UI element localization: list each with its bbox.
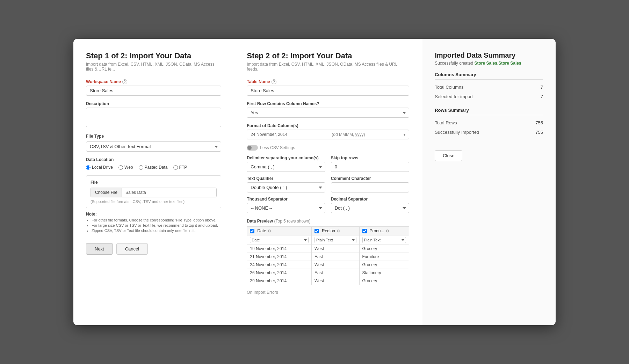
selected-for-import-row: Selected for import 7 — [435, 92, 543, 101]
file-type-select[interactable]: CSV,TSV & Other Text Format — [86, 141, 221, 152]
total-columns-label: Total Columns — [435, 85, 463, 90]
total-columns-value: 7 — [541, 85, 543, 90]
region-col-checkbox[interactable] — [314, 229, 319, 233]
supported-formats-text: (Supported file formats: .CSV, .TSV and … — [91, 199, 217, 204]
total-rows-value: 755 — [535, 120, 543, 125]
step2-subtitle: Import data from Excel, CSV, HTML, XML, … — [247, 62, 409, 72]
preview-header-region: Region ⚙ — [311, 227, 359, 235]
preview-header-row: Date ⚙ Region ⚙ — [247, 227, 409, 235]
date-type-select[interactable]: Date Plain Text Number — [250, 237, 309, 243]
step1-title: Step 1 of 2: Import Your Data — [86, 51, 221, 60]
product-col-gear-icon[interactable]: ⚙ — [386, 229, 389, 233]
region-type-cell: Plain Text Date Number — [311, 235, 359, 245]
first-row-label: First Row Contains Column Names? — [247, 101, 409, 106]
region-col-gear-icon[interactable]: ⚙ — [337, 229, 340, 233]
columns-summary-label: Columns Summary — [435, 72, 543, 80]
step1-subtitle: Import data from Excel, CSV, HTML, XML, … — [86, 62, 221, 72]
comment-char-label: Comment Character — [331, 176, 409, 181]
step1-button-row: Next Cancel — [86, 243, 221, 255]
table-name-label: Table Name ? — [247, 79, 409, 84]
note-list: For other file formats, Choose the corre… — [86, 218, 221, 233]
decimal-sep-select[interactable]: Dot ( . ) Comma ( , ) — [331, 203, 409, 213]
file-type-label: File Type — [86, 134, 221, 139]
date-format-label: Format of Date Column(s) — [247, 123, 409, 128]
step1-panel: Step 1 of 2: Import Your Data Import dat… — [73, 39, 234, 325]
csv-settings-row3: Thousand Separator -- NONE -- Comma ( , … — [247, 197, 409, 213]
skip-rows-input[interactable] — [331, 162, 409, 172]
selected-import-value: 7 — [541, 94, 543, 99]
date-format-row: 24 November, 2014 (dd MMMM, yyyy) ▾ — [247, 130, 409, 139]
file-name-display: Sales Data — [122, 188, 217, 197]
step2-panel: Step 2 of 2: Import Your Data Import dat… — [234, 39, 422, 325]
choose-file-button[interactable]: Choose File — [91, 188, 122, 197]
description-input[interactable] — [86, 108, 221, 127]
less-csv-label[interactable]: Less CSV Settings — [260, 145, 295, 150]
table-row: 26 November, 2014 East Stationery — [247, 269, 409, 277]
table-row: 21 November, 2014 East Furniture — [247, 253, 409, 261]
successfully-imported-label: Successfully Imported — [435, 130, 479, 135]
table-row: 19 November, 2014 West Grocery — [247, 245, 409, 253]
radio-local-drive[interactable]: Local Drive — [86, 165, 113, 170]
next-button[interactable]: Next — [86, 243, 113, 255]
first-row-select[interactable]: Yes No — [247, 108, 409, 118]
date-type-cell: Date Plain Text Number — [247, 235, 312, 245]
decimal-sep-label: Decimal Separator — [331, 197, 409, 202]
file-section: File Choose File Sales Data (Supported f… — [86, 175, 221, 208]
date-format-arrow: ▾ — [404, 133, 405, 137]
total-rows-row: Total Rows 755 — [435, 118, 543, 128]
csv-settings-row2: Text Qualifier Double Quote ( " ) Single… — [247, 176, 409, 192]
table-row: 24 November, 2014 West Grocery — [247, 261, 409, 269]
data-location-radio-group: Local Drive Web Pasted Data FTP — [86, 165, 221, 170]
summary-panel: Imported Data Summary Successfully creat… — [422, 39, 556, 325]
on-import-errors-label: On Import Errors — [247, 290, 409, 295]
date-format-text: (dd MMMM, yyyy) — [332, 132, 404, 137]
date-col-checkbox[interactable] — [250, 229, 254, 233]
summary-title: Imported Data Summary — [435, 51, 543, 59]
delimiter-select[interactable]: Comma ( , ) Tab Semicolon — [247, 162, 325, 172]
step2-title: Step 2 of 2: Import Your Data — [247, 51, 409, 60]
preview-header-date: Date ⚙ — [247, 227, 312, 235]
table-name-help-icon[interactable]: ? — [272, 79, 276, 84]
note-item-1: For other file formats, Choose the corre… — [92, 218, 221, 222]
successfully-imported-row: Successfully Imported 755 — [435, 128, 543, 137]
region-type-select[interactable]: Plain Text Date Number — [314, 237, 356, 243]
selected-import-label: Selected for import — [435, 94, 473, 99]
data-preview-section: Data Preview (Top 5 rows shown) Date ⚙ — [247, 219, 409, 285]
success-message: Successfully created Store Sales.Store S… — [435, 61, 543, 66]
preview-label: Data Preview (Top 5 rows shown) — [247, 219, 409, 224]
product-type-cell: Plain Text Date Number — [359, 235, 409, 245]
text-qualifier-select[interactable]: Double Quote ( " ) Single Quote ( ' ) No… — [247, 182, 325, 192]
rows-summary-group: Rows Summary Total Rows 755 Successfully… — [435, 108, 543, 137]
date-col-gear-icon[interactable]: ⚙ — [268, 229, 271, 233]
thousand-sep-select[interactable]: -- NONE -- Comma ( , ) Dot ( . ) — [247, 203, 325, 213]
workspace-name-label: Workspace Name ? — [86, 79, 221, 84]
skip-rows-label: Skip top rows — [331, 155, 409, 160]
radio-web[interactable]: Web — [118, 165, 133, 170]
close-button[interactable]: Close — [435, 150, 462, 161]
cancel-button[interactable]: Cancel — [116, 243, 148, 255]
file-input-row: Choose File Sales Data — [91, 188, 217, 197]
radio-ftp[interactable]: FTP — [173, 165, 187, 170]
date-value: 24 November, 2014 — [247, 130, 328, 139]
product-type-select[interactable]: Plain Text Date Number — [362, 237, 406, 243]
workspace-help-icon[interactable]: ? — [122, 79, 127, 84]
successfully-imported-value: 755 — [535, 130, 543, 135]
note-section: Note: For other file formats, Choose the… — [86, 212, 221, 233]
csv-settings-row1: Delimiter separating your column(s) Comm… — [247, 155, 409, 172]
less-csv-toggle-row: Less CSV Settings — [247, 145, 409, 151]
note-title: Note: — [86, 212, 221, 217]
total-rows-label: Total Rows — [435, 120, 457, 125]
comment-char-input[interactable] — [331, 182, 409, 192]
date-format-selector[interactable]: (dd MMMM, yyyy) ▾ — [328, 130, 409, 139]
radio-pasted-data[interactable]: Pasted Data — [139, 165, 168, 170]
table-row: 29 November, 2014 West Grocery — [247, 277, 409, 285]
less-csv-toggle[interactable] — [247, 145, 258, 151]
table-name-input[interactable] — [247, 86, 409, 96]
thousand-sep-label: Thousand Separator — [247, 197, 325, 202]
product-col-checkbox[interactable] — [362, 229, 367, 233]
note-item-2: For large size CSV or TSV or Text file, … — [92, 223, 221, 227]
rows-summary-label: Rows Summary — [435, 108, 543, 115]
delimiter-label: Delimiter separating your column(s) — [247, 155, 325, 160]
workspace-name-input[interactable] — [86, 86, 221, 96]
text-qualifier-label: Text Qualifier — [247, 176, 325, 181]
